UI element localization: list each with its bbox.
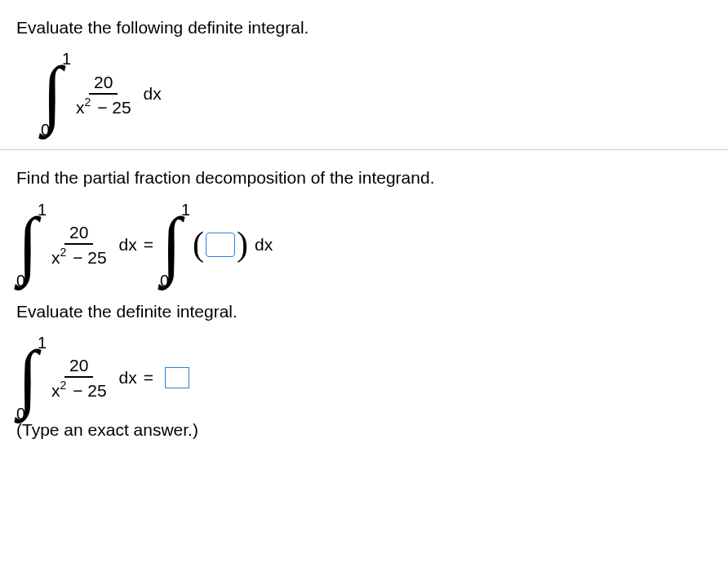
answer-hint: (Type an exact answer.) bbox=[16, 420, 712, 440]
part1-equation: ∫ 1 0 20 x2 − 25 dx = ∫ 1 0 ( ) bbox=[16, 204, 712, 286]
denominator: x2 − 25 bbox=[49, 378, 109, 401]
bound-upper: 1 bbox=[38, 201, 47, 219]
integral-sign-icon: ∫ 1 0 bbox=[16, 337, 44, 419]
integrand-input-wrapper: ( ) bbox=[193, 231, 248, 259]
paren-left-icon: ( bbox=[193, 231, 204, 259]
final-answer-input[interactable] bbox=[165, 367, 189, 388]
part2-equation: ∫ 1 0 20 x2 − 25 dx = bbox=[16, 337, 712, 419]
equals-sign: = bbox=[144, 368, 153, 388]
numerator: 20 bbox=[64, 354, 93, 378]
integrand-fraction: 20 x2 − 25 bbox=[73, 71, 134, 117]
differential: dx bbox=[255, 235, 273, 255]
integrand-fraction: 20 x2 − 25 bbox=[49, 354, 109, 401]
differential: dx bbox=[119, 368, 137, 388]
problem-integral: ∫ 1 0 20 x2 − 25 dx bbox=[16, 53, 712, 135]
numerator: 20 bbox=[64, 221, 93, 245]
denominator: x2 − 25 bbox=[73, 95, 134, 117]
partial-fraction-input[interactable] bbox=[206, 233, 235, 257]
denominator: x2 − 25 bbox=[49, 245, 109, 268]
integral-sign-icon: ∫ 1 0 bbox=[16, 204, 44, 286]
numerator: 20 bbox=[89, 71, 118, 95]
bound-lower: 0 bbox=[41, 121, 50, 140]
bound-lower: 0 bbox=[16, 405, 25, 423]
bound-lower: 0 bbox=[160, 272, 169, 290]
differential: dx bbox=[144, 84, 162, 104]
part1-instruction: Find the partial fraction decomposition … bbox=[16, 166, 712, 188]
problem-instruction: Evaluate the following definite integral… bbox=[16, 16, 712, 38]
integrand-fraction: 20 x2 − 25 bbox=[49, 221, 109, 268]
integral-sign-icon: ∫ 1 0 bbox=[160, 204, 188, 286]
paren-right-icon: ) bbox=[237, 231, 248, 259]
equals-sign: = bbox=[144, 235, 153, 255]
bound-lower: 0 bbox=[16, 272, 25, 290]
integral-sign-icon: ∫ 1 0 bbox=[41, 53, 69, 135]
bound-upper: 1 bbox=[62, 50, 71, 69]
part2-instruction: Evaluate the definite integral. bbox=[16, 300, 712, 322]
bound-upper: 1 bbox=[181, 201, 190, 219]
differential: dx bbox=[119, 235, 137, 255]
bound-upper: 1 bbox=[38, 334, 47, 352]
